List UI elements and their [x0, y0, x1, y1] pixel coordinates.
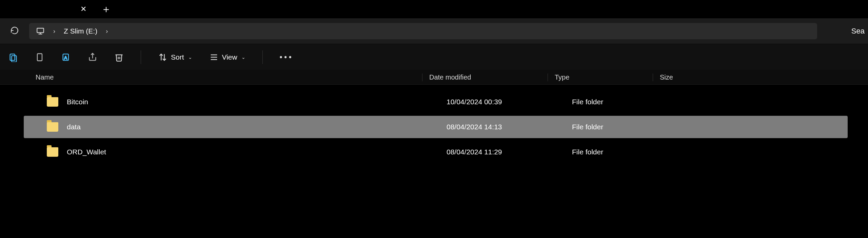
share-button[interactable] [88, 52, 97, 62]
separator [141, 50, 141, 64]
svg-rect-4 [12, 56, 16, 62]
delete-button[interactable] [114, 52, 124, 62]
sort-button[interactable]: Sort ⌄ [158, 52, 192, 62]
chevron-down-icon: ⌄ [241, 55, 245, 60]
folder-icon [47, 97, 58, 107]
search-placeholder: Sea [851, 27, 865, 36]
new-button[interactable] [8, 52, 18, 62]
column-size[interactable]: Size [653, 73, 754, 81]
sort-indicator-icon: ˄ [202, 0, 205, 1]
svg-text:A: A [64, 55, 67, 60]
folder-icon [47, 147, 58, 157]
tab-strip: ✕ ＋ [0, 0, 868, 19]
toolbar: A Sort ⌄ View ⌄ ••• [0, 44, 868, 70]
file-name: Bitcoin [67, 98, 447, 106]
list-item[interactable]: Bitcoin 10/04/2024 00:39 File folder [24, 91, 848, 113]
column-headers: ˄ Name Date modified Type Size [0, 70, 868, 85]
copy-button[interactable]: A [61, 52, 71, 62]
file-type: File folder [572, 148, 677, 156]
chevron-right-icon: › [53, 28, 55, 35]
file-date: 08/04/2024 11:29 [447, 148, 572, 156]
svg-rect-5 [37, 53, 42, 61]
file-name: data [67, 123, 447, 131]
svg-rect-0 [37, 28, 44, 33]
file-name: ORD_Wallet [67, 148, 447, 156]
column-name[interactable]: Name [5, 73, 422, 81]
close-tab-icon[interactable]: ✕ [80, 5, 86, 14]
file-type: File folder [572, 98, 677, 106]
breadcrumb[interactable]: › Z Slim (E:) › [29, 23, 817, 39]
cut-button[interactable] [35, 52, 44, 62]
file-list: Bitcoin 10/04/2024 00:39 File folder dat… [0, 85, 868, 163]
chevron-down-icon: ⌄ [188, 55, 192, 60]
address-bar-row: › Z Slim (E:) › Sea [0, 19, 868, 44]
file-date: 10/04/2024 00:39 [447, 98, 572, 106]
column-type[interactable]: Type [548, 73, 653, 81]
this-pc-icon [36, 27, 45, 36]
new-tab-button[interactable]: ＋ [98, 2, 114, 16]
sort-label: Sort [171, 53, 184, 61]
active-tab[interactable]: ✕ [0, 0, 95, 18]
more-button[interactable]: ••• [280, 53, 294, 62]
svg-rect-3 [10, 54, 15, 60]
view-label: View [222, 53, 237, 61]
file-type: File folder [572, 123, 677, 131]
chevron-right-icon: › [106, 28, 108, 35]
list-item[interactable]: data 08/04/2024 14:13 File folder [24, 116, 848, 138]
file-date: 08/04/2024 14:13 [447, 123, 572, 131]
view-button[interactable]: View ⌄ [209, 52, 245, 62]
folder-icon [47, 122, 58, 132]
list-item[interactable]: ORD_Wallet 08/04/2024 11:29 File folder [24, 141, 848, 163]
separator [262, 50, 263, 64]
search-box[interactable]: Sea [837, 27, 868, 36]
column-date[interactable]: Date modified [422, 73, 548, 81]
ellipsis-icon: ••• [280, 53, 294, 62]
breadcrumb-drive[interactable]: Z Slim (E:) [64, 27, 97, 35]
refresh-button[interactable] [10, 26, 19, 37]
